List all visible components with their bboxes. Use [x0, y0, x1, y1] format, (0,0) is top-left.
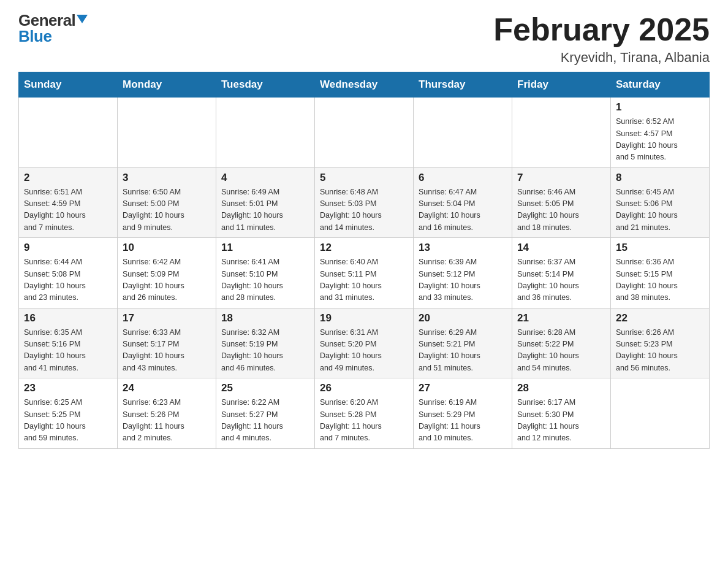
day-number: 20: [419, 312, 507, 324]
calendar-cell: 8Sunrise: 6:45 AM Sunset: 5:06 PM Daylig…: [611, 167, 710, 238]
calendar-header: SundayMondayTuesdayWednesdayThursdayFrid…: [19, 72, 710, 98]
weekday-thursday: Thursday: [414, 72, 512, 98]
day-number: 17: [123, 312, 211, 324]
day-info: Sunrise: 6:44 AM Sunset: 5:08 PM Dayligh…: [24, 256, 112, 304]
week-row-5: 23Sunrise: 6:25 AM Sunset: 5:25 PM Dayli…: [19, 378, 710, 449]
calendar-cell: 1Sunrise: 6:52 AM Sunset: 4:57 PM Daylig…: [611, 98, 710, 168]
day-number: 19: [320, 312, 408, 324]
calendar-table: SundayMondayTuesdayWednesdayThursdayFrid…: [18, 72, 710, 449]
day-info: Sunrise: 6:42 AM Sunset: 5:09 PM Dayligh…: [123, 256, 211, 304]
weekday-friday: Friday: [512, 72, 611, 98]
week-row-3: 9Sunrise: 6:44 AM Sunset: 5:08 PM Daylig…: [19, 238, 710, 308]
calendar-cell: 24Sunrise: 6:23 AM Sunset: 5:26 PM Dayli…: [118, 378, 216, 449]
day-number: 6: [419, 172, 507, 184]
calendar-cell: [19, 98, 118, 168]
calendar-cell: 10Sunrise: 6:42 AM Sunset: 5:09 PM Dayli…: [118, 238, 216, 308]
title-block: February 2025 Kryevidh, Tirana, Albania: [493, 12, 710, 66]
day-number: 24: [123, 382, 211, 394]
day-info: Sunrise: 6:39 AM Sunset: 5:12 PM Dayligh…: [419, 256, 507, 304]
calendar-cell: 18Sunrise: 6:32 AM Sunset: 5:19 PM Dayli…: [216, 308, 315, 378]
day-number: 8: [616, 172, 704, 184]
day-info: Sunrise: 6:46 AM Sunset: 5:05 PM Dayligh…: [517, 186, 605, 234]
day-number: 13: [419, 242, 507, 254]
calendar-cell: [118, 98, 216, 168]
day-info: Sunrise: 6:50 AM Sunset: 5:00 PM Dayligh…: [123, 186, 211, 234]
calendar-cell: 5Sunrise: 6:48 AM Sunset: 5:03 PM Daylig…: [315, 167, 414, 238]
week-row-2: 2Sunrise: 6:51 AM Sunset: 4:59 PM Daylig…: [19, 167, 710, 238]
day-number: 27: [419, 382, 507, 394]
calendar-cell: 6Sunrise: 6:47 AM Sunset: 5:04 PM Daylig…: [414, 167, 512, 238]
weekday-sunday: Sunday: [19, 72, 118, 98]
calendar-cell: 23Sunrise: 6:25 AM Sunset: 5:25 PM Dayli…: [19, 378, 118, 449]
calendar-body: 1Sunrise: 6:52 AM Sunset: 4:57 PM Daylig…: [19, 98, 710, 449]
calendar-cell: 27Sunrise: 6:19 AM Sunset: 5:29 PM Dayli…: [414, 378, 512, 449]
calendar-cell: [414, 98, 512, 168]
calendar-cell: 12Sunrise: 6:40 AM Sunset: 5:11 PM Dayli…: [315, 238, 414, 308]
calendar-cell: 17Sunrise: 6:33 AM Sunset: 5:17 PM Dayli…: [118, 308, 216, 378]
day-number: 26: [320, 382, 408, 394]
calendar-cell: [611, 378, 710, 449]
calendar-cell: [512, 98, 611, 168]
day-number: 4: [221, 172, 309, 184]
day-number: 15: [616, 242, 704, 254]
day-info: Sunrise: 6:31 AM Sunset: 5:20 PM Dayligh…: [320, 327, 408, 375]
calendar-cell: 21Sunrise: 6:28 AM Sunset: 5:22 PM Dayli…: [512, 308, 611, 378]
day-number: 5: [320, 172, 408, 184]
day-number: 28: [517, 382, 605, 394]
day-number: 9: [24, 242, 112, 254]
calendar-location: Kryevidh, Tirana, Albania: [493, 50, 710, 66]
day-info: Sunrise: 6:45 AM Sunset: 5:06 PM Dayligh…: [616, 186, 704, 234]
day-info: Sunrise: 6:28 AM Sunset: 5:22 PM Dayligh…: [517, 327, 605, 375]
calendar-cell: 4Sunrise: 6:49 AM Sunset: 5:01 PM Daylig…: [216, 167, 315, 238]
day-number: 23: [24, 382, 112, 394]
day-number: 22: [616, 312, 704, 324]
day-info: Sunrise: 6:37 AM Sunset: 5:14 PM Dayligh…: [517, 256, 605, 304]
weekday-tuesday: Tuesday: [216, 72, 315, 98]
day-info: Sunrise: 6:29 AM Sunset: 5:21 PM Dayligh…: [419, 327, 507, 375]
page-header: General Blue February 2025 Kryevidh, Tir…: [18, 12, 710, 66]
calendar-cell: 16Sunrise: 6:35 AM Sunset: 5:16 PM Dayli…: [19, 308, 118, 378]
calendar-cell: [315, 98, 414, 168]
week-row-1: 1Sunrise: 6:52 AM Sunset: 4:57 PM Daylig…: [19, 98, 710, 168]
day-info: Sunrise: 6:49 AM Sunset: 5:01 PM Dayligh…: [221, 186, 309, 234]
calendar-cell: 25Sunrise: 6:22 AM Sunset: 5:27 PM Dayli…: [216, 378, 315, 449]
calendar-cell: 9Sunrise: 6:44 AM Sunset: 5:08 PM Daylig…: [19, 238, 118, 308]
calendar-cell: 15Sunrise: 6:36 AM Sunset: 5:15 PM Dayli…: [611, 238, 710, 308]
calendar-cell: 13Sunrise: 6:39 AM Sunset: 5:12 PM Dayli…: [414, 238, 512, 308]
day-number: 14: [517, 242, 605, 254]
day-number: 11: [221, 242, 309, 254]
calendar-cell: 28Sunrise: 6:17 AM Sunset: 5:30 PM Dayli…: [512, 378, 611, 449]
calendar-cell: 20Sunrise: 6:29 AM Sunset: 5:21 PM Dayli…: [414, 308, 512, 378]
day-info: Sunrise: 6:23 AM Sunset: 5:26 PM Dayligh…: [123, 397, 211, 445]
day-number: 12: [320, 242, 408, 254]
calendar-cell: 26Sunrise: 6:20 AM Sunset: 5:28 PM Dayli…: [315, 378, 414, 449]
logo: General Blue: [18, 12, 88, 44]
day-number: 10: [123, 242, 211, 254]
logo-blue: Blue: [18, 28, 51, 44]
day-info: Sunrise: 6:40 AM Sunset: 5:11 PM Dayligh…: [320, 256, 408, 304]
weekday-saturday: Saturday: [611, 72, 710, 98]
day-info: Sunrise: 6:20 AM Sunset: 5:28 PM Dayligh…: [320, 397, 408, 445]
day-info: Sunrise: 6:47 AM Sunset: 5:04 PM Dayligh…: [419, 186, 507, 234]
calendar-cell: [216, 98, 315, 168]
day-info: Sunrise: 6:41 AM Sunset: 5:10 PM Dayligh…: [221, 256, 309, 304]
calendar-cell: 3Sunrise: 6:50 AM Sunset: 5:00 PM Daylig…: [118, 167, 216, 238]
day-info: Sunrise: 6:17 AM Sunset: 5:30 PM Dayligh…: [517, 397, 605, 445]
logo-general: General: [18, 12, 75, 28]
day-info: Sunrise: 6:22 AM Sunset: 5:27 PM Dayligh…: [221, 397, 309, 445]
calendar-cell: 14Sunrise: 6:37 AM Sunset: 5:14 PM Dayli…: [512, 238, 611, 308]
day-number: 18: [221, 312, 309, 324]
logo-triangle-icon: [77, 15, 88, 23]
calendar-cell: 19Sunrise: 6:31 AM Sunset: 5:20 PM Dayli…: [315, 308, 414, 378]
calendar-title: February 2025: [493, 12, 710, 47]
day-number: 16: [24, 312, 112, 324]
day-info: Sunrise: 6:35 AM Sunset: 5:16 PM Dayligh…: [24, 327, 112, 375]
day-number: 3: [123, 172, 211, 184]
day-info: Sunrise: 6:51 AM Sunset: 4:59 PM Dayligh…: [24, 186, 112, 234]
weekday-wednesday: Wednesday: [315, 72, 414, 98]
day-info: Sunrise: 6:52 AM Sunset: 4:57 PM Dayligh…: [616, 116, 704, 164]
day-info: Sunrise: 6:48 AM Sunset: 5:03 PM Dayligh…: [320, 186, 408, 234]
day-info: Sunrise: 6:26 AM Sunset: 5:23 PM Dayligh…: [616, 327, 704, 375]
day-number: 7: [517, 172, 605, 184]
day-info: Sunrise: 6:19 AM Sunset: 5:29 PM Dayligh…: [419, 397, 507, 445]
